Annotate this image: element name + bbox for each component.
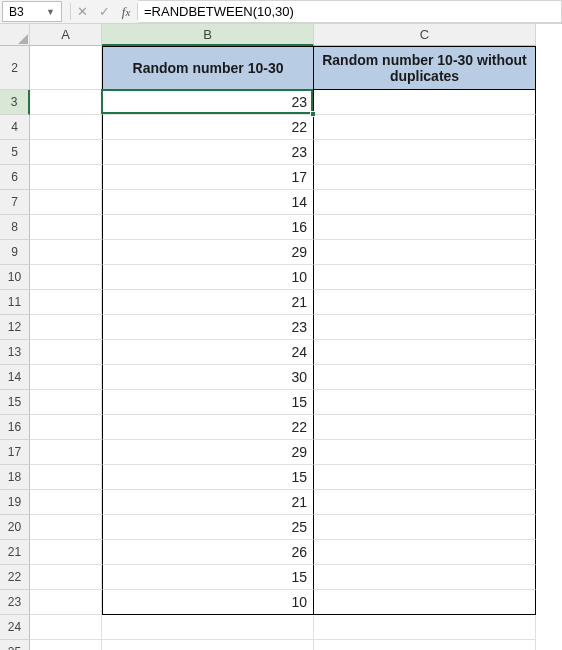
fx-icon[interactable]: fx: [115, 0, 137, 23]
cell-C11[interactable]: [314, 290, 536, 315]
formula-input[interactable]: =RANDBETWEEN(10,30): [138, 0, 562, 23]
cell-B21[interactable]: 26: [102, 540, 314, 565]
cell-C10[interactable]: [314, 265, 536, 290]
cell-B17[interactable]: 29: [102, 440, 314, 465]
cell-C17[interactable]: [314, 440, 536, 465]
cell-C22[interactable]: [314, 565, 536, 590]
cell-A24[interactable]: [30, 615, 102, 640]
row-header-7[interactable]: 7: [0, 190, 30, 215]
spreadsheet-grid[interactable]: A B C 2Random number 10-30Random number …: [0, 24, 562, 650]
cell-C21[interactable]: [314, 540, 536, 565]
cell-A8[interactable]: [30, 215, 102, 240]
cell-B9[interactable]: 29: [102, 240, 314, 265]
row-header-6[interactable]: 6: [0, 165, 30, 190]
name-box[interactable]: B3 ▼: [2, 1, 62, 22]
cell-B7[interactable]: 14: [102, 190, 314, 215]
cell-B23[interactable]: 10: [102, 590, 314, 615]
cell-A4[interactable]: [30, 115, 102, 140]
cell-A15[interactable]: [30, 390, 102, 415]
cell-C18[interactable]: [314, 465, 536, 490]
cell-A2[interactable]: [30, 46, 102, 90]
cell-A25[interactable]: [30, 640, 102, 650]
cell-C23[interactable]: [314, 590, 536, 615]
cell-B3[interactable]: 23: [102, 90, 314, 115]
cell-A23[interactable]: [30, 590, 102, 615]
cell-A9[interactable]: [30, 240, 102, 265]
cell-A18[interactable]: [30, 465, 102, 490]
row-header-19[interactable]: 19: [0, 490, 30, 515]
cell-B8[interactable]: 16: [102, 215, 314, 240]
row-header-21[interactable]: 21: [0, 540, 30, 565]
row-header-23[interactable]: 23: [0, 590, 30, 615]
cell-B22[interactable]: 15: [102, 565, 314, 590]
cell-A19[interactable]: [30, 490, 102, 515]
chevron-down-icon[interactable]: ▼: [46, 7, 55, 17]
cell-C6[interactable]: [314, 165, 536, 190]
row-header-25[interactable]: 25: [0, 640, 30, 650]
cell-A12[interactable]: [30, 315, 102, 340]
cell-B15[interactable]: 15: [102, 390, 314, 415]
row-header-14[interactable]: 14: [0, 365, 30, 390]
row-header-8[interactable]: 8: [0, 215, 30, 240]
row-header-18[interactable]: 18: [0, 465, 30, 490]
row-header-12[interactable]: 12: [0, 315, 30, 340]
cell-B4[interactable]: 22: [102, 115, 314, 140]
cell-A21[interactable]: [30, 540, 102, 565]
cell-B13[interactable]: 24: [102, 340, 314, 365]
cell-A6[interactable]: [30, 165, 102, 190]
cell-C5[interactable]: [314, 140, 536, 165]
cell-B5[interactable]: 23: [102, 140, 314, 165]
row-header-13[interactable]: 13: [0, 340, 30, 365]
select-all-corner[interactable]: [0, 24, 30, 46]
cell-B11[interactable]: 21: [102, 290, 314, 315]
cell-C7[interactable]: [314, 190, 536, 215]
cell-B18[interactable]: 15: [102, 465, 314, 490]
cell-C13[interactable]: [314, 340, 536, 365]
fill-handle[interactable]: [310, 111, 316, 117]
cell-A13[interactable]: [30, 340, 102, 365]
cell-C16[interactable]: [314, 415, 536, 440]
cell-C8[interactable]: [314, 215, 536, 240]
cell-A7[interactable]: [30, 190, 102, 215]
row-header-24[interactable]: 24: [0, 615, 30, 640]
row-header-3[interactable]: 3: [0, 90, 30, 115]
cell-C4[interactable]: [314, 115, 536, 140]
row-header-16[interactable]: 16: [0, 415, 30, 440]
cell-A20[interactable]: [30, 515, 102, 540]
column-header-B[interactable]: B: [102, 24, 314, 46]
row-header-11[interactable]: 11: [0, 290, 30, 315]
cell-A17[interactable]: [30, 440, 102, 465]
column-header-C[interactable]: C: [314, 24, 536, 46]
cell-A5[interactable]: [30, 140, 102, 165]
row-header-5[interactable]: 5: [0, 140, 30, 165]
cell-C15[interactable]: [314, 390, 536, 415]
cell-C24[interactable]: [314, 615, 536, 640]
cell-C20[interactable]: [314, 515, 536, 540]
cell-C25[interactable]: [314, 640, 536, 650]
cell-B12[interactable]: 23: [102, 315, 314, 340]
row-header-2[interactable]: 2: [0, 46, 30, 90]
cell-C3[interactable]: [314, 90, 536, 115]
row-header-15[interactable]: 15: [0, 390, 30, 415]
row-header-17[interactable]: 17: [0, 440, 30, 465]
row-header-20[interactable]: 20: [0, 515, 30, 540]
cell-A16[interactable]: [30, 415, 102, 440]
row-header-9[interactable]: 9: [0, 240, 30, 265]
cell-C14[interactable]: [314, 365, 536, 390]
cell-B25[interactable]: [102, 640, 314, 650]
row-header-4[interactable]: 4: [0, 115, 30, 140]
cell-A10[interactable]: [30, 265, 102, 290]
cell-B20[interactable]: 25: [102, 515, 314, 540]
cell-B6[interactable]: 17: [102, 165, 314, 190]
cell-A14[interactable]: [30, 365, 102, 390]
cell-C9[interactable]: [314, 240, 536, 265]
cell-C12[interactable]: [314, 315, 536, 340]
cell-A11[interactable]: [30, 290, 102, 315]
column-header-A[interactable]: A: [30, 24, 102, 46]
cell-A22[interactable]: [30, 565, 102, 590]
row-header-22[interactable]: 22: [0, 565, 30, 590]
cell-C2[interactable]: Random number 10-30 without duplicates: [314, 46, 536, 90]
cell-A3[interactable]: [30, 90, 102, 115]
row-header-10[interactable]: 10: [0, 265, 30, 290]
cell-B19[interactable]: 21: [102, 490, 314, 515]
